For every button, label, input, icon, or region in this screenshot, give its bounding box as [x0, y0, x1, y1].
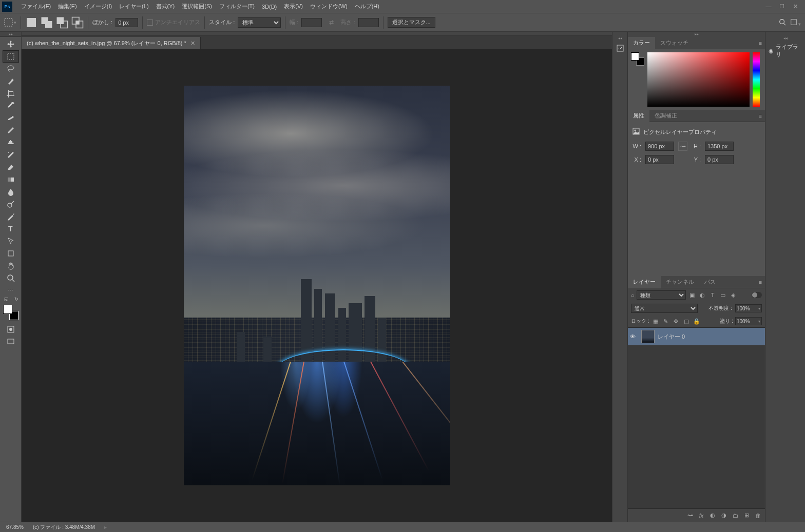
lock-transparent-icon[interactable]: ▦: [651, 317, 660, 325]
edit-toolbar-icon[interactable]: ⋯: [3, 284, 19, 297]
menu-view[interactable]: 表示(V): [280, 0, 306, 13]
menu-layer[interactable]: レイヤー(L): [116, 0, 152, 13]
close-icon[interactable]: ✕: [792, 3, 799, 10]
selection-intersect-icon[interactable]: [71, 17, 84, 28]
selection-add-icon[interactable]: [41, 17, 53, 28]
maximize-icon[interactable]: ☐: [778, 3, 785, 10]
libraries-button[interactable]: ◉ ライブラリ: [765, 41, 805, 61]
prop-w-input[interactable]: [645, 142, 674, 151]
close-tab-icon[interactable]: ✕: [190, 40, 195, 47]
eraser-tool-icon[interactable]: [3, 161, 19, 173]
zoom-tool-icon[interactable]: [3, 272, 19, 284]
properties-panel-menu-icon[interactable]: ≡: [756, 113, 765, 119]
layer-name[interactable]: レイヤー 0: [658, 333, 685, 341]
layer-fx-icon[interactable]: fx: [697, 513, 705, 519]
filter-toggle[interactable]: [752, 292, 762, 298]
screen-mode-icon[interactable]: [3, 336, 19, 348]
magic-wand-tool-icon[interactable]: [3, 75, 19, 87]
blend-mode-select[interactable]: 通常: [631, 304, 698, 313]
history-brush-tool-icon[interactable]: [3, 149, 19, 161]
lock-artboard-icon[interactable]: ▢: [682, 317, 691, 325]
menu-file[interactable]: ファイル(F): [17, 0, 54, 13]
search-icon[interactable]: [779, 18, 786, 27]
menu-filter[interactable]: フィルター(T): [216, 0, 258, 13]
status-doc-info[interactable]: (c) ファイル : 3.48M/4.38M: [33, 524, 95, 531]
toolbox-collapse[interactable]: ▸▸: [0, 32, 21, 37]
healing-brush-tool-icon[interactable]: [3, 112, 19, 124]
new-group-icon[interactable]: 🗀: [731, 513, 739, 519]
adjustment-layer-icon[interactable]: ◑: [720, 512, 728, 519]
new-layer-icon[interactable]: ⊞: [742, 512, 751, 519]
canvas-viewport[interactable]: [22, 49, 612, 522]
clone-stamp-tool-icon[interactable]: [3, 136, 19, 149]
menu-edit[interactable]: 編集(E): [54, 0, 81, 13]
menu-type[interactable]: 書式(Y): [152, 0, 179, 13]
tab-adjustments[interactable]: 色調補正: [649, 110, 682, 122]
filter-smart-icon[interactable]: ◈: [729, 291, 737, 299]
move-tool-icon[interactable]: [3, 38, 19, 50]
pen-tool-icon[interactable]: [3, 210, 19, 223]
layer-thumbnail[interactable]: [641, 330, 655, 343]
menu-help[interactable]: ヘルプ(H): [351, 0, 383, 13]
type-tool-icon[interactable]: T: [3, 223, 19, 235]
lasso-tool-icon[interactable]: [3, 63, 19, 75]
blur-tool-icon[interactable]: [3, 186, 19, 198]
tab-properties[interactable]: 属性: [628, 110, 649, 122]
layer-visibility-icon[interactable]: 👁: [630, 333, 638, 340]
selection-new-icon[interactable]: [25, 17, 37, 28]
layers-panel-menu-icon[interactable]: ≡: [756, 279, 765, 285]
quick-mask-icon[interactable]: [3, 323, 19, 336]
tab-paths[interactable]: パス: [699, 276, 721, 288]
hue-slider[interactable]: [753, 52, 760, 107]
menu-image[interactable]: イメージ(I): [81, 0, 116, 13]
lock-all-icon[interactable]: 🔒: [693, 317, 701, 325]
gradient-tool-icon[interactable]: [3, 173, 19, 186]
filter-shape-icon[interactable]: ▭: [719, 291, 727, 299]
link-wh-icon[interactable]: ⊶: [678, 142, 687, 151]
layer-mask-icon[interactable]: ◐: [708, 512, 717, 519]
menu-select[interactable]: 選択範囲(S): [178, 0, 216, 13]
prop-y-input[interactable]: [705, 155, 734, 164]
foreground-color[interactable]: [3, 305, 12, 314]
color-swatches[interactable]: [3, 305, 18, 320]
path-select-tool-icon[interactable]: [3, 235, 19, 247]
dodge-tool-icon[interactable]: [3, 198, 19, 210]
prop-h-input[interactable]: [705, 142, 734, 151]
default-colors-icon[interactable]: ◱: [4, 297, 9, 302]
filter-kind-select[interactable]: 種類: [637, 290, 686, 300]
marquee-tool-icon[interactable]: [3, 50, 19, 63]
status-zoom[interactable]: 67.85%: [6, 524, 24, 530]
selection-subtract-icon[interactable]: [56, 17, 68, 28]
color-panel-menu-icon[interactable]: ≡: [756, 40, 765, 46]
lock-pixels-icon[interactable]: ✎: [662, 317, 670, 325]
color-panel-swatch[interactable]: [631, 52, 644, 66]
share-icon[interactable]: ▾: [790, 18, 801, 27]
swap-colors-icon[interactable]: ↻: [14, 297, 18, 302]
style-select[interactable]: 標準: [238, 17, 281, 28]
minimize-icon[interactable]: ―: [765, 3, 772, 10]
layer-item[interactable]: 👁 レイヤー 0: [628, 328, 765, 345]
link-layers-icon[interactable]: ⊶: [686, 512, 694, 519]
tab-layers[interactable]: レイヤー: [628, 276, 661, 288]
filter-type-icon[interactable]: T: [708, 291, 717, 299]
opacity-input[interactable]: 100%▾: [735, 304, 762, 312]
lock-position-icon[interactable]: ✥: [672, 317, 680, 325]
tab-swatches[interactable]: スウォッチ: [655, 37, 694, 49]
current-tool-marquee-icon[interactable]: ▾: [4, 17, 16, 28]
crop-tool-icon[interactable]: [3, 87, 19, 100]
delete-layer-icon[interactable]: 🗑: [754, 513, 762, 519]
filter-adjust-icon[interactable]: ◐: [698, 291, 706, 299]
saturation-picker[interactable]: [647, 52, 750, 107]
status-flyout-icon[interactable]: ▸: [104, 524, 107, 530]
filter-pixel-icon[interactable]: ▣: [688, 291, 696, 299]
menu-window[interactable]: ウィンドウ(W): [306, 0, 351, 13]
feather-input[interactable]: [116, 18, 138, 27]
brush-tool-icon[interactable]: [3, 124, 19, 136]
history-panel-icon[interactable]: [614, 42, 626, 54]
menu-3d[interactable]: 3D(D): [258, 0, 280, 13]
fill-input[interactable]: 100%▾: [735, 317, 762, 325]
shape-tool-icon[interactable]: [3, 247, 19, 260]
tab-color[interactable]: カラー: [628, 37, 655, 49]
tab-channels[interactable]: チャンネル: [661, 276, 699, 288]
document-tab[interactable]: (c) when_the_night_sets_in.jpg @ 67.9% (…: [22, 37, 201, 49]
